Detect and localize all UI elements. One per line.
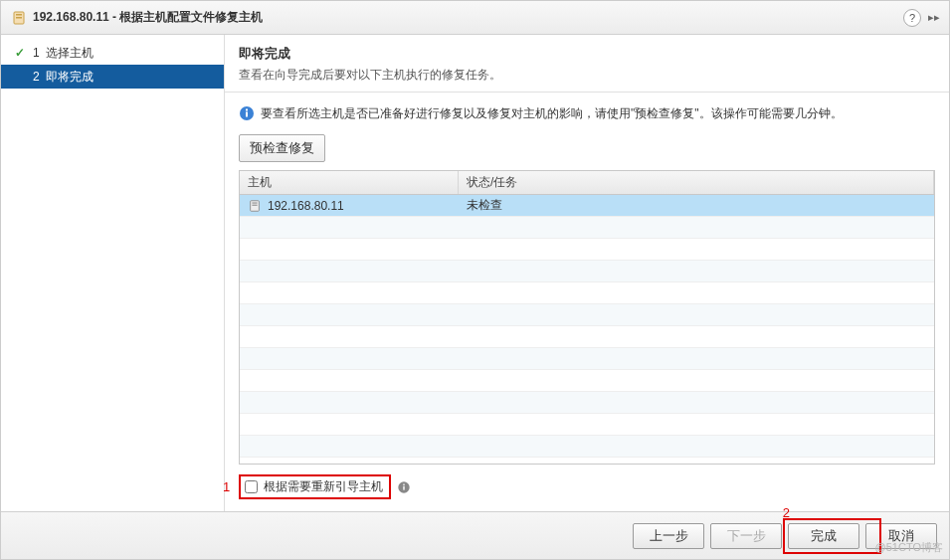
footer: 上一步 下一步 2 完成 取消 @51CTO博客 [1, 511, 949, 559]
svg-rect-8 [252, 204, 257, 205]
dialog-title: 192.168.80.11 - 根据主机配置文件修复主机 [33, 9, 263, 26]
column-host[interactable]: 主机 [240, 171, 459, 194]
page-title: 即将完成 [239, 45, 935, 63]
info-icon[interactable] [397, 480, 411, 494]
svg-rect-7 [252, 202, 257, 203]
info-text: 要查看所选主机是否已准备好进行修复以及修复对主机的影响，请使用"预检查修复"。该… [261, 104, 843, 122]
step-label: 即将完成 [46, 69, 94, 86]
wizard-step-select-host[interactable]: ✓ 1 选择主机 [1, 41, 224, 65]
wizard-step-ready-to-complete[interactable]: ✓ 2 即将完成 [1, 65, 224, 89]
step-number: 1 [33, 46, 40, 60]
host-icon [11, 10, 27, 26]
svg-rect-2 [16, 17, 22, 19]
wizard-steps: ✓ 1 选择主机 ✓ 2 即将完成 [1, 35, 225, 511]
annotation-box: 根据需要重新引导主机 [239, 474, 391, 499]
svg-rect-10 [403, 485, 404, 489]
help-button[interactable]: ? [903, 9, 921, 27]
cancel-button[interactable]: 取消 [865, 523, 937, 549]
wizard-dialog: 192.168.80.11 - 根据主机配置文件修复主机 ? ▸▸ ✓ 1 选择… [0, 0, 950, 560]
table-row [240, 392, 934, 414]
table-row [240, 261, 934, 282]
annotation-marker: 2 [783, 505, 790, 520]
table-row [240, 239, 934, 261]
table-row [240, 304, 934, 326]
step-number: 2 [33, 70, 40, 84]
info-banner: 要查看所选主机是否已准备好进行修复以及修复对主机的影响，请使用"预检查修复"。该… [239, 104, 935, 124]
svg-rect-1 [16, 14, 22, 16]
check-icon: ✓ [15, 46, 29, 60]
content-body: 要查看所选主机是否已准备好进行修复以及修复对主机的影响，请使用"预检查修复"。该… [225, 93, 949, 511]
cell-status: 未检查 [459, 197, 934, 214]
svg-rect-5 [246, 109, 248, 111]
table-row[interactable]: 192.168.80.11 未检查 [240, 195, 934, 217]
host-name: 192.168.80.11 [268, 199, 344, 213]
svg-rect-4 [246, 112, 248, 117]
host-icon [248, 199, 262, 213]
svg-rect-11 [403, 483, 404, 484]
table-row [240, 326, 934, 348]
info-icon [239, 105, 255, 124]
cell-host: 192.168.80.11 [240, 199, 459, 213]
content-header: 即将完成 查看在向导完成后要对以下主机执行的修复任务。 [225, 35, 949, 93]
reboot-label: 根据需要重新引导主机 [264, 478, 383, 495]
annotation-marker: 1 [223, 479, 230, 494]
table-row [240, 414, 934, 436]
step-label: 选择主机 [46, 45, 94, 62]
expand-icon[interactable]: ▸▸ [927, 11, 941, 25]
table-header: 主机 状态/任务 [240, 171, 934, 195]
table-row [240, 370, 934, 392]
table-row [240, 217, 934, 239]
reboot-option-row: 1 根据需要重新引导主机 [239, 472, 935, 501]
table-row [240, 282, 934, 304]
finish-button[interactable]: 完成 [788, 523, 859, 549]
precheck-remediation-button[interactable]: 预检查修复 [239, 134, 325, 162]
reboot-checkbox[interactable] [245, 480, 258, 493]
column-status[interactable]: 状态/任务 [459, 171, 934, 194]
dialog-body: ✓ 1 选择主机 ✓ 2 即将完成 即将完成 查看在向导完成后要对以下主机执行的… [1, 35, 949, 511]
table-row [240, 348, 934, 370]
back-button[interactable]: 上一步 [633, 523, 704, 549]
content-panel: 即将完成 查看在向导完成后要对以下主机执行的修复任务。 要查看所选主机是否已准备… [225, 35, 949, 511]
svg-rect-6 [251, 200, 260, 211]
next-button: 下一步 [710, 523, 782, 549]
page-description: 查看在向导完成后要对以下主机执行的修复任务。 [239, 67, 935, 84]
table-body: 192.168.80.11 未检查 [240, 195, 934, 464]
table-row [240, 436, 934, 458]
hosts-table: 主机 状态/任务 [239, 170, 935, 465]
titlebar: 192.168.80.11 - 根据主机配置文件修复主机 ? ▸▸ [1, 1, 949, 35]
